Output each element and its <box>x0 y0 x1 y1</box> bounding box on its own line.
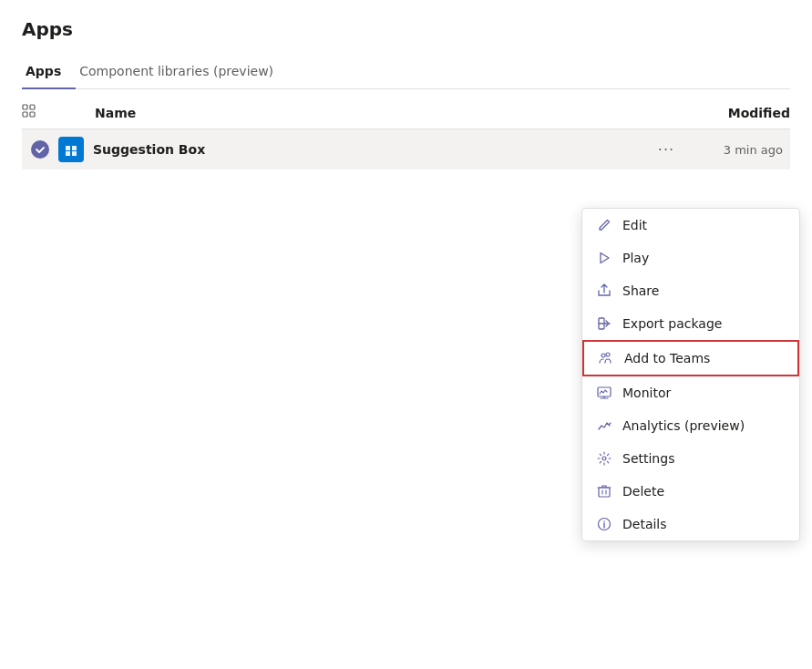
menu-item-play[interactable]: Play <box>582 242 799 274</box>
check-icon <box>35 144 46 155</box>
page-header: Apps Apps Component libraries (preview) <box>0 0 812 89</box>
menu-item-edit[interactable]: Edit <box>582 209 799 242</box>
menu-item-settings[interactable]: Settings <box>582 442 799 475</box>
modified-time: 3 min ago <box>681 143 790 157</box>
menu-play-label: Play <box>622 251 785 265</box>
export-icon <box>597 316 612 331</box>
edit-icon <box>597 218 612 232</box>
tabs-container: Apps Component libraries (preview) <box>22 55 790 89</box>
table-row[interactable]: Suggestion Box ··· 3 min ago <box>22 129 790 170</box>
svg-rect-3 <box>30 112 35 117</box>
menu-item-delete[interactable]: Delete <box>582 475 799 508</box>
svg-rect-1 <box>30 105 35 109</box>
play-icon <box>597 251 612 265</box>
checked-circle <box>31 140 49 159</box>
menu-settings-label: Settings <box>622 451 785 466</box>
menu-share-label: Share <box>622 283 785 298</box>
header-name: Name <box>95 106 644 120</box>
app-type-icon <box>64 142 78 157</box>
share-icon <box>597 283 612 298</box>
menu-add-teams-label: Add to Teams <box>624 351 783 365</box>
tab-component-libraries[interactable]: Component libraries (preview) <box>76 55 288 89</box>
header-modified: Modified <box>644 106 790 120</box>
menu-edit-label: Edit <box>622 218 785 232</box>
menu-details-label: Details <box>622 517 785 531</box>
details-icon <box>597 517 612 531</box>
header-check <box>22 104 58 121</box>
menu-item-analytics[interactable]: Analytics (preview) <box>582 409 799 442</box>
menu-item-monitor[interactable]: Monitor <box>582 376 799 409</box>
page-title: Apps <box>22 18 790 40</box>
menu-item-details[interactable]: Details <box>582 508 799 540</box>
context-menu: Edit Play Share Export package <box>581 208 800 541</box>
analytics-icon <box>597 418 612 433</box>
grid-icon <box>22 104 36 118</box>
menu-item-export-package[interactable]: Export package <box>582 307 799 340</box>
svg-point-6 <box>601 354 605 357</box>
svg-point-11 <box>603 520 605 522</box>
teams-icon <box>599 351 613 365</box>
svg-rect-0 <box>23 105 27 109</box>
table-header: Name Modified <box>22 97 790 129</box>
row-checkbox[interactable] <box>22 140 58 159</box>
svg-rect-9 <box>599 488 610 497</box>
ellipsis-button[interactable]: ··· <box>652 135 681 164</box>
tab-apps[interactable]: Apps <box>22 55 76 89</box>
table-container: Name Modified Suggestion Box ··· 3 min a… <box>0 97 812 170</box>
monitor-icon <box>597 386 612 400</box>
menu-export-label: Export package <box>622 316 785 331</box>
menu-item-add-to-teams[interactable]: Add to Teams <box>582 340 799 376</box>
svg-rect-2 <box>23 112 27 117</box>
svg-point-5 <box>606 353 610 356</box>
app-name: Suggestion Box <box>93 142 652 157</box>
menu-item-share[interactable]: Share <box>582 274 799 307</box>
app-icon <box>58 137 84 162</box>
settings-icon <box>597 451 612 466</box>
menu-monitor-label: Monitor <box>622 386 785 400</box>
menu-analytics-label: Analytics (preview) <box>622 418 785 433</box>
delete-icon <box>597 484 612 499</box>
svg-point-8 <box>602 457 606 460</box>
menu-delete-label: Delete <box>622 484 785 499</box>
